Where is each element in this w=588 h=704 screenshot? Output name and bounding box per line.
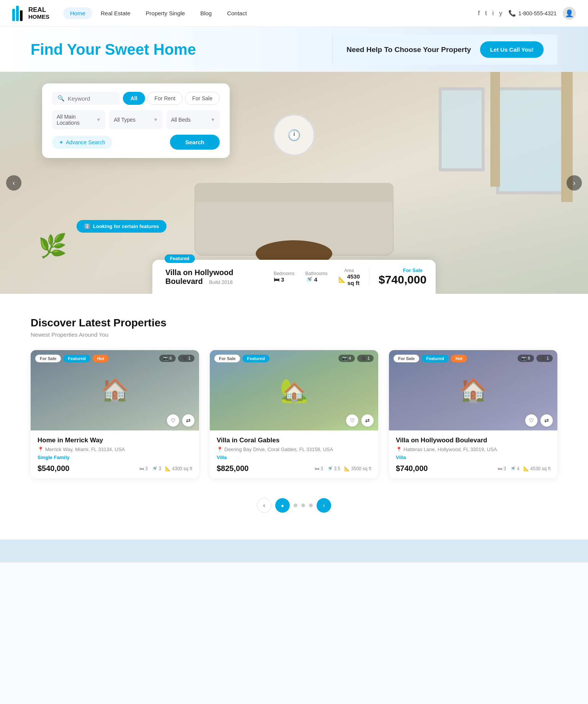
image-count-badge-1: 📷 6 bbox=[159, 355, 176, 362]
spec-baths-1: 🚿 3 bbox=[152, 466, 161, 471]
property-badges-2: For Sale Featured bbox=[214, 355, 270, 362]
property-name-1[interactable]: Home in Merrick Way bbox=[38, 437, 192, 444]
pagination-active-dot[interactable]: ● bbox=[275, 498, 290, 513]
property-info-1: Home in Merrick Way 📍 Merrick Way, Miami… bbox=[31, 430, 199, 478]
video-count-badge-1: 🎥 1 bbox=[178, 355, 194, 362]
youtube-icon[interactable]: y bbox=[499, 10, 503, 17]
property-type-1[interactable]: Single Family bbox=[38, 455, 192, 460]
featured-price-area: For Sale $740,000 bbox=[369, 267, 423, 286]
compare-button-2[interactable]: ⇄ bbox=[361, 414, 374, 427]
favorite-button-3[interactable]: ♡ bbox=[525, 414, 537, 427]
spec-area-2: 📐 3500 sq ft bbox=[344, 466, 371, 471]
advance-search-button[interactable]: ✦ Advance Search bbox=[52, 136, 112, 149]
property-badges-1: For Sale Featured Hot bbox=[35, 355, 109, 362]
type-label: All Types bbox=[114, 117, 151, 123]
beds-select[interactable]: All Beds ▼ bbox=[167, 110, 220, 129]
search-box: 🔍 All For Rent For Sale All Main Locatio… bbox=[42, 83, 230, 158]
property-location-3: 📍 Hatteras Lane, Hollywood, FL 33019, US… bbox=[396, 447, 550, 452]
property-specs-1: 🛏 3 🚿 3 📐 4300 sq ft bbox=[139, 466, 192, 471]
bath-icon: 🚿 bbox=[305, 276, 313, 283]
type-arrow: ▼ bbox=[154, 117, 158, 122]
featured-property-card: Featured Villa on Hollywood Boulevard Bu… bbox=[152, 260, 436, 294]
property-card-1: 🏠 For Sale Featured Hot 📷 6 🎥 1 ♡ ⇄ Home… bbox=[31, 350, 199, 478]
hero-cta-text: Need Help To Choose Your Property bbox=[346, 46, 471, 54]
social-icons: f t i y bbox=[478, 10, 503, 17]
property-type-3[interactable]: Villa bbox=[396, 455, 550, 460]
property-info-3: Villa on Hollywood Boulevard 📍 Hatteras … bbox=[389, 430, 557, 478]
search-row-1: 🔍 All For Rent For Sale bbox=[52, 92, 220, 105]
header-right: f t i y 📞 1-800-555-4321 👤 bbox=[478, 7, 576, 20]
search-icon: 🔍 bbox=[57, 95, 65, 102]
hero-banner-row: Find Your Sweet Home Need Help To Choose… bbox=[0, 27, 588, 72]
hero-title: Find Your Sweet Home bbox=[31, 41, 332, 58]
compare-button-3[interactable]: ⇄ bbox=[541, 414, 553, 427]
spec-beds-2: 🛏 3 bbox=[315, 466, 323, 471]
pagination-dot-3 bbox=[309, 504, 313, 507]
property-price-2: $825,000 bbox=[217, 464, 248, 473]
property-price-row-1: $540,000 🛏 3 🚿 3 📐 4300 sq ft bbox=[38, 464, 192, 473]
spec-area-3: 📐 4530 sq ft bbox=[523, 466, 550, 471]
footer-light-bar bbox=[0, 539, 588, 562]
pagination-next[interactable]: › bbox=[317, 498, 331, 513]
spec-beds-1: 🛏 3 bbox=[139, 466, 148, 471]
main-nav: Home Real Estate Property Single Blog Co… bbox=[63, 7, 478, 19]
carousel-prev-button[interactable]: ‹ bbox=[6, 175, 21, 191]
property-image-2: 🏡 For Sale Featured 📷 4 🎥 1 ♡ ⇄ bbox=[210, 350, 378, 430]
favorite-button-2[interactable]: ♡ bbox=[346, 414, 358, 427]
property-card-3: 🏠 For Sale Featured Hot 📷 8 🎥 1 ♡ ⇄ Vill… bbox=[389, 350, 557, 478]
nav-item-home[interactable]: Home bbox=[63, 7, 92, 19]
featured-status: For Sale bbox=[379, 267, 423, 273]
looking-badge[interactable]: ℹ️ Looking for certain features bbox=[77, 220, 167, 233]
badge-sale-3: For Sale bbox=[394, 355, 419, 362]
keyword-input[interactable] bbox=[68, 95, 114, 102]
spec-beds-3: 🛏 3 bbox=[498, 466, 506, 471]
featured-bedrooms: Bedrooms 🛏 3 bbox=[274, 271, 295, 283]
nav-item-realestate[interactable]: Real Estate bbox=[94, 7, 137, 19]
pagination-prev[interactable]: ‹ bbox=[257, 498, 271, 513]
carousel-next-button[interactable]: › bbox=[567, 175, 582, 191]
facebook-icon[interactable]: f bbox=[478, 10, 480, 17]
nav-item-propertysingle[interactable]: Property Single bbox=[139, 7, 192, 19]
property-type-2[interactable]: Villa bbox=[217, 455, 371, 460]
pagination-dot-2 bbox=[301, 504, 305, 507]
featured-area: Area 📐 4530 sq ft bbox=[338, 268, 360, 286]
tab-rent[interactable]: For Rent bbox=[147, 92, 183, 105]
badge-featured-1: Featured bbox=[63, 355, 90, 362]
property-card-2: 🏡 For Sale Featured 📷 4 🎥 1 ♡ ⇄ Villa in… bbox=[210, 350, 378, 478]
tab-all[interactable]: All bbox=[123, 92, 145, 105]
video-count-badge-2: 🎥 1 bbox=[357, 355, 374, 362]
compare-button-1[interactable]: ⇄ bbox=[182, 414, 194, 427]
logo[interactable]: REAL HOMES bbox=[12, 6, 49, 21]
bed-icon: 🛏 bbox=[274, 276, 279, 283]
favorite-button-1[interactable]: ♡ bbox=[167, 414, 179, 427]
svg-rect-2 bbox=[20, 10, 23, 21]
instagram-icon[interactable]: i bbox=[492, 10, 494, 17]
featured-bathrooms: Bathrooms 🚿 4 bbox=[305, 271, 328, 283]
location-label: All Main Locations bbox=[57, 114, 94, 126]
user-avatar[interactable]: 👤 bbox=[563, 7, 576, 20]
location-select[interactable]: All Main Locations ▼ bbox=[52, 110, 105, 129]
property-badges-3: For Sale Featured Hot bbox=[394, 355, 467, 362]
twitter-icon[interactable]: t bbox=[485, 10, 487, 17]
property-location-1: 📍 Merrick Way, Miami, FL 33134, USA bbox=[38, 447, 192, 452]
badge-hot-1: Hot bbox=[93, 355, 109, 362]
property-name-3[interactable]: Villa on Hollywood Boulevard bbox=[396, 437, 550, 444]
nav-item-blog[interactable]: Blog bbox=[193, 7, 219, 19]
spec-baths-2: 🚿 3.5 bbox=[327, 466, 340, 471]
hero-cta-button[interactable]: Let Us Call You! bbox=[480, 41, 544, 58]
discover-title: Discover Latest Properties bbox=[31, 317, 557, 329]
pagination: ‹ ● › bbox=[31, 492, 557, 524]
search-row-3: ✦ Advance Search Search bbox=[52, 135, 220, 150]
type-select[interactable]: All Types ▼ bbox=[109, 110, 162, 129]
property-specs-3: 🛏 3 🚿 4 📐 4530 sq ft bbox=[498, 466, 550, 471]
tab-sale[interactable]: For Sale bbox=[185, 92, 220, 105]
badge-sale-2: For Sale bbox=[214, 355, 240, 362]
featured-price: $740,000 bbox=[379, 273, 423, 286]
svg-rect-0 bbox=[12, 9, 15, 21]
logo-text: REAL HOMES bbox=[28, 7, 49, 20]
hero-section: 🕛 🌿 🔍 All For Rent bbox=[0, 72, 588, 294]
search-button[interactable]: Search bbox=[170, 135, 220, 150]
nav-item-contact[interactable]: Contact bbox=[220, 7, 254, 19]
property-name-2[interactable]: Villa in Coral Gables bbox=[217, 437, 371, 444]
area-icon: 📐 bbox=[338, 276, 346, 283]
